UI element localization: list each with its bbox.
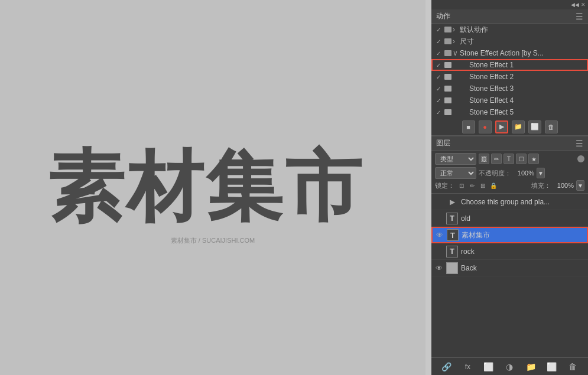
- layers-type-select[interactable]: 类型: [435, 153, 476, 165]
- collapse-btn-1[interactable]: ◀◀: [573, 2, 577, 7]
- filter-icon-text[interactable]: T: [503, 154, 514, 164]
- layers-filter-icons: 🖼 ✏ T ☐ ★: [479, 154, 575, 164]
- layer-eye-back[interactable]: 👁: [434, 263, 444, 273]
- filter-icon-adj[interactable]: ✏: [491, 154, 502, 164]
- action-item-default[interactable]: ✓ › 默认动作: [431, 24, 588, 35]
- canvas-area: 素材集市 素材集市 / SUCAIJISHI.COM: [0, 0, 425, 375]
- layers-search-row: 类型 🖼 ✏ T ☐ ★: [435, 153, 584, 165]
- layer-thumb-rock: T: [446, 246, 458, 257]
- layers-blend-row: 正常 不透明度： 100% ▼: [435, 167, 584, 179]
- action-item-stone5[interactable]: ✓ Stone Effect 5: [431, 106, 588, 118]
- layer-eye-sucaijishi[interactable]: 👁: [434, 230, 445, 240]
- layer-effects-btn[interactable]: fx: [461, 360, 474, 373]
- layer-name-group: Choose this group and pla...: [460, 198, 586, 206]
- filter-icon-image[interactable]: 🖼: [479, 154, 489, 164]
- blend-mode-select[interactable]: 正常: [435, 167, 476, 179]
- fill-chevron[interactable]: ▼: [576, 180, 584, 191]
- lock-pixels-btn[interactable]: ⊡: [457, 181, 466, 190]
- new-group-btn[interactable]: 📁: [524, 360, 537, 373]
- layer-thumb-group: ▶: [446, 196, 458, 208]
- actions-title: 动作: [436, 11, 450, 21]
- layer-eye-rock[interactable]: 👁: [434, 246, 444, 257]
- opacity-chevron[interactable]: ▼: [537, 168, 545, 178]
- filter-toggle[interactable]: [577, 155, 584, 162]
- filter-icon-shape[interactable]: ☐: [516, 154, 527, 164]
- lock-all-btn[interactable]: 🔒: [489, 181, 498, 190]
- layers-lock-row: 锁定： ⊡ ✏ ⊞ 🔒 填充： 100% ▼: [435, 180, 584, 191]
- layer-item-old[interactable]: 👁 T old: [431, 210, 588, 227]
- fill-label: 填充：: [531, 181, 551, 190]
- new-layer-btn[interactable]: ⬜: [545, 360, 558, 373]
- action-item-stone3[interactable]: ✓ Stone Effect 3: [431, 83, 588, 94]
- layer-thumb-sucaijishi: T: [447, 229, 459, 241]
- new-action-btn[interactable]: ⬜: [528, 120, 541, 133]
- close-panel-btn[interactable]: ✕: [581, 2, 586, 7]
- fill-value: 100%: [553, 182, 574, 189]
- action-item-stone-action[interactable]: ✓ ∨ Stone Effect Action [by S...: [431, 47, 588, 59]
- canvas-watermark: 素材集市 / SUCAIJISHI.COM: [171, 236, 255, 245]
- action-item-stone4[interactable]: ✓ Stone Effect 4: [431, 94, 588, 106]
- actions-menu-btn[interactable]: ☰: [576, 12, 583, 21]
- action-item-stone1[interactable]: ✓ Stone Effect 1: [431, 59, 588, 71]
- actions-toolbar: ■ ● ▶ 📁 ⬜ 🗑: [431, 118, 588, 136]
- panel-top-bar: ◀◀ ✕: [431, 0, 588, 9]
- right-panel: ◀◀ ✕ 动作 ☰ ✓ › 默认动作 ✓ › 尺寸 ✓ ∨ Stone Effe…: [431, 0, 588, 375]
- layer-item-group[interactable]: 👁 ▶ Choose this group and pla...: [431, 194, 588, 210]
- opacity-value: 100%: [514, 169, 534, 177]
- filter-icon-smart[interactable]: ★: [528, 154, 539, 164]
- action-item-size[interactable]: ✓ › 尺寸: [431, 35, 588, 47]
- layers-list: 👁 ▶ Choose this group and pla... 👁 T old…: [431, 194, 588, 357]
- layers-panel-header: 图层 ☰: [431, 136, 588, 151]
- layer-item-sucaijishi[interactable]: 👁 T 素材集市: [431, 227, 588, 243]
- actions-panel-header: 动作 ☰: [431, 9, 588, 24]
- opacity-label: 不透明度：: [479, 169, 511, 178]
- layers-controls: 类型 🖼 ✏ T ☐ ★ 正常 不透明度： 100% ▼: [431, 151, 588, 194]
- layer-name-old: old: [460, 214, 586, 223]
- lock-position-btn[interactable]: ✏: [467, 181, 477, 190]
- actions-list: ✓ › 默认动作 ✓ › 尺寸 ✓ ∨ Stone Effect Action …: [431, 24, 588, 118]
- layer-item-rock[interactable]: 👁 T rock: [431, 243, 588, 260]
- add-mask-btn[interactable]: ⬜: [482, 360, 495, 373]
- layers-toolbar: 🔗 fx ⬜ ◑ 📁 ⬜ 🗑: [431, 357, 588, 375]
- layer-item-back[interactable]: 👁 Back: [431, 260, 588, 276]
- link-layers-btn[interactable]: 🔗: [440, 360, 453, 373]
- actions-panel: 动作 ☰ ✓ › 默认动作 ✓ › 尺寸 ✓ ∨ Stone Effect Ac…: [431, 9, 588, 136]
- layers-panel: 图层 ☰ 类型 🖼 ✏ T ☐ ★ 正常: [431, 136, 588, 375]
- lock-label: 锁定：: [435, 181, 454, 190]
- layer-thumb-old: T: [446, 213, 458, 224]
- action-item-stone2[interactable]: ✓ Stone Effect 2: [431, 71, 588, 83]
- adjustment-layer-btn[interactable]: ◑: [503, 360, 516, 373]
- stop-btn[interactable]: ■: [462, 120, 475, 133]
- record-btn[interactable]: ●: [479, 120, 492, 133]
- delete-layer-btn[interactable]: 🗑: [566, 360, 579, 373]
- delete-action-btn[interactable]: 🗑: [545, 120, 558, 133]
- layer-name-rock: rock: [460, 247, 586, 256]
- layer-eye-group[interactable]: 👁: [434, 197, 444, 207]
- layer-thumb-back: [446, 262, 458, 274]
- play-btn[interactable]: ▶: [495, 120, 508, 133]
- new-action-set-btn[interactable]: 📁: [512, 120, 525, 133]
- canvas-main-text: 素材集市: [47, 136, 364, 240]
- layers-title: 图层: [436, 138, 450, 148]
- layer-eye-old[interactable]: 👁: [434, 213, 444, 224]
- layer-name-sucaijishi: 素材集市: [460, 230, 585, 240]
- layers-menu-btn[interactable]: ☰: [576, 139, 583, 148]
- lock-icons: ⊡ ✏ ⊞ 🔒: [457, 181, 498, 190]
- layer-name-back: Back: [460, 264, 586, 272]
- lock-artboard-btn[interactable]: ⊞: [478, 181, 488, 190]
